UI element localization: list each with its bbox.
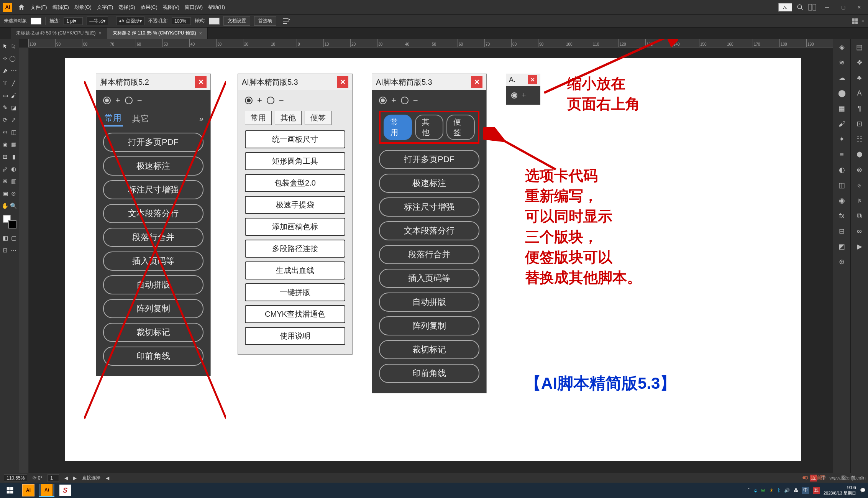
panel-icon[interactable]: ▤ <box>854 41 865 53</box>
align-panel-icon[interactable]: ⊟ <box>836 225 848 237</box>
tray-app-icon[interactable]: ⬙ <box>754 488 757 493</box>
script-button[interactable]: 裁切标记 <box>103 323 203 342</box>
radio-off-icon[interactable] <box>401 97 409 104</box>
menu-object[interactable]: 对象(O) <box>74 4 92 11</box>
taskbar-app-ai-2[interactable]: Ai <box>39 484 54 497</box>
hand-tool[interactable]: ✋ <box>2 201 9 211</box>
fill-swatch[interactable] <box>31 18 41 25</box>
line-tool[interactable]: ╱ <box>10 78 18 89</box>
script-button[interactable]: 极速标注 <box>379 174 479 193</box>
gradient-tool[interactable]: ▮ <box>10 151 18 162</box>
script-button[interactable]: 添加画稿色标 <box>245 218 345 236</box>
document-tab-2[interactable]: 未标题-2 @ 110.65 % (CMYK/CPU 预览)× <box>107 27 208 39</box>
script-button[interactable]: 裁切标记 <box>379 340 479 359</box>
menu-window[interactable]: 窗口(W) <box>185 4 203 11</box>
edit-toolbar-icon[interactable]: ⋯ <box>10 245 18 256</box>
script-button[interactable]: 极速手提袋 <box>245 196 345 214</box>
tab-close-icon[interactable]: × <box>99 31 102 36</box>
panel-icon[interactable]: ∞ <box>854 225 865 237</box>
taskbar-app-s[interactable]: S <box>57 484 73 497</box>
script-button[interactable]: 文本段落分行 <box>103 204 203 223</box>
radio-on-icon[interactable] <box>103 97 111 104</box>
slice-tool[interactable]: ⊘ <box>10 188 18 199</box>
panel-menu-icon[interactable]: ≡ <box>861 18 864 24</box>
script-button[interactable]: 标注尺寸增强 <box>379 197 479 217</box>
panel-icon[interactable]: ⧉ <box>854 210 865 222</box>
radio-off-icon[interactable] <box>125 97 133 104</box>
scrollbar-left-icon[interactable]: ◀ <box>106 475 109 481</box>
menu-type[interactable]: 文字(T) <box>97 4 113 11</box>
selection-tool[interactable] <box>2 41 9 52</box>
script-button[interactable]: 段落行合并 <box>379 245 479 264</box>
stroke-panel-icon[interactable]: ≡ <box>836 149 848 160</box>
script-button[interactable]: 一键拼版 <box>245 283 345 301</box>
transform-panel-icon[interactable]: ⊕ <box>836 256 848 268</box>
notifications-icon[interactable]: 💬 <box>860 488 866 493</box>
type-tool[interactable]: T <box>2 78 9 89</box>
tab-close-icon[interactable]: × <box>199 31 202 36</box>
tab-notes[interactable]: 便签 <box>305 111 331 125</box>
script-button[interactable]: 使用说明 <box>245 327 345 345</box>
screen-mode-icon[interactable]: ⊡ <box>2 245 9 256</box>
shaper-tool[interactable]: ✎ <box>2 102 9 113</box>
tray-cloud-icon[interactable]: ☀ <box>770 488 774 493</box>
nav-angle-icon[interactable]: ⟳ 0° <box>33 475 42 481</box>
script-button[interactable]: 段落行合并 <box>103 228 203 247</box>
home-icon[interactable] <box>18 3 25 11</box>
script-button[interactable]: 印前角线 <box>103 347 203 366</box>
pathfinder-panel-icon[interactable]: ◩ <box>836 241 848 252</box>
menu-select[interactable]: 选择(S) <box>118 4 135 11</box>
tab-notes[interactable]: 便签 <box>446 115 475 140</box>
script-button[interactable]: 阵列复制 <box>103 299 203 318</box>
panel-icon[interactable]: ¶ <box>854 103 865 114</box>
panel-icon[interactable]: ♣ <box>854 72 865 84</box>
graph-tool[interactable]: ▥ <box>10 176 18 187</box>
tab-other[interactable]: 其它 <box>131 112 151 126</box>
curvature-tool[interactable]: 〰 <box>10 66 18 76</box>
panel-icon[interactable]: A <box>854 87 865 99</box>
menu-effect[interactable]: 效果(C) <box>141 4 158 11</box>
script-button[interactable]: CMYK查找潘通色 <box>245 305 345 323</box>
prev-artboard-icon[interactable]: ◀ <box>64 475 68 481</box>
window-maximize-button[interactable]: ▢ <box>837 3 849 12</box>
lasso-tool[interactable]: ⃝ <box>10 53 18 64</box>
appearance-panel-icon[interactable]: ◉ <box>836 195 848 206</box>
rectangle-tool[interactable]: ▭ <box>2 90 9 101</box>
brush-profile-field[interactable]: ● 5 点圆形 ▾ <box>116 16 144 25</box>
tray-ime-wu[interactable]: 五 <box>813 487 820 494</box>
rotate-tool[interactable]: ⟳ <box>2 115 9 125</box>
panel-icon[interactable]: ❖ <box>854 57 865 68</box>
panel-icon[interactable]: ☷ <box>854 133 865 145</box>
tray-bluetooth-icon[interactable]: ᛒ <box>778 488 780 493</box>
script-button[interactable]: 包装盒型2.0 <box>245 174 345 192</box>
direct-selection-tool[interactable] <box>10 41 18 52</box>
zoom-tool[interactable]: 🔍 <box>10 201 18 211</box>
color-mode-icon[interactable]: ◧ <box>2 233 9 243</box>
panel-icon[interactable]: ▶ <box>854 241 865 252</box>
taskbar-app-ai-1[interactable]: Ai <box>21 484 36 497</box>
radio-on-icon[interactable] <box>379 97 387 104</box>
script-button[interactable]: 多段路径连接 <box>245 240 345 258</box>
clock[interactable]: 9:06 2023/8/13 星期日 <box>824 485 856 496</box>
script-button[interactable]: 生成出血线 <box>245 261 345 279</box>
tray-shield-icon[interactable]: ⛨ <box>761 488 766 493</box>
script-button[interactable]: 插入页码等 <box>379 269 479 288</box>
script-button[interactable]: 自动拼版 <box>103 275 203 294</box>
panel-icon[interactable]: ⊡ <box>854 118 865 130</box>
start-button[interactable] <box>2 484 18 497</box>
tray-up-icon[interactable]: ˄ <box>748 488 750 493</box>
script-button[interactable]: 插入页码等 <box>103 251 203 271</box>
close-button[interactable]: ✕ <box>337 76 348 88</box>
blend-tool[interactable]: ◐ <box>10 164 18 174</box>
style-swatch[interactable] <box>209 18 220 25</box>
script-button[interactable]: 打开多页PDF <box>379 150 479 169</box>
arrange-documents-icon[interactable] <box>808 4 817 11</box>
next-artboard-icon[interactable]: ▶ <box>73 475 77 481</box>
tray-network-icon[interactable]: 🖧 <box>794 488 798 493</box>
eraser-tool[interactable]: ◪ <box>10 102 18 113</box>
panel-icon[interactable]: ⬢ <box>854 149 865 160</box>
mesh-tool[interactable]: ⊞ <box>2 151 9 162</box>
artboard-tool[interactable]: ▣ <box>2 188 9 199</box>
close-button[interactable]: ✕ <box>195 76 207 88</box>
fill-stroke-swatches[interactable] <box>3 215 16 228</box>
